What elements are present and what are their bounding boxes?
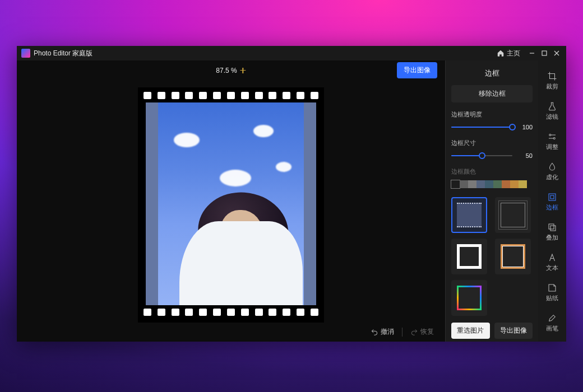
rail-label: 滤镜: [546, 113, 558, 121]
app-logo-icon: [21, 49, 30, 58]
svg-point-4: [549, 134, 551, 136]
color-swatches: [451, 180, 533, 188]
sticker-icon: [547, 283, 557, 293]
canvas-toolbar: 87.5 % 导出图像: [17, 60, 445, 81]
color-swatch[interactable]: [493, 180, 502, 188]
titlebar: Photo Editor 家庭版 主页: [17, 46, 566, 60]
home-label: 主页: [507, 49, 520, 58]
sliders-icon: [547, 132, 557, 142]
undo-button[interactable]: 撤消: [367, 325, 397, 338]
size-label: 边框尺寸: [451, 139, 533, 147]
rail-crop[interactable]: 裁剪: [538, 67, 566, 94]
opacity-label: 边框透明度: [451, 110, 533, 119]
app-window: Photo Editor 家庭版 主页 87.5 % 导出图像: [17, 46, 566, 342]
body: 87.5 % 导出图像: [17, 60, 566, 342]
svg-rect-9: [550, 195, 554, 199]
color-swatch[interactable]: [502, 180, 510, 188]
undo-label: 撤消: [381, 327, 394, 337]
color-swatch[interactable]: [460, 180, 468, 188]
home-button[interactable]: 主页: [497, 49, 520, 58]
rail-brush[interactable]: 画笔: [538, 309, 566, 336]
rail-blur[interactable]: 虚化: [538, 158, 566, 185]
zoom-value: 87.5 %: [216, 67, 237, 74]
rail-label: 调整: [546, 143, 558, 151]
canvas-area: 87.5 % 导出图像: [17, 60, 445, 342]
crop-icon: [547, 71, 557, 81]
redo-icon: [410, 328, 418, 336]
rail-label: 贴纸: [546, 295, 558, 302]
film-sprockets-top: [138, 92, 324, 99]
export-image-button-2[interactable]: 导出图像: [494, 323, 533, 339]
svg-point-5: [553, 137, 555, 139]
svg-rect-10: [549, 224, 554, 229]
frame-option-double-line[interactable]: [495, 197, 531, 233]
maximize-button[interactable]: [538, 48, 550, 59]
droplet-icon: [547, 162, 557, 172]
zoom-indicator[interactable]: 87.5 %: [216, 67, 246, 74]
svg-rect-11: [550, 226, 556, 231]
reselect-image-button[interactable]: 重选图片: [451, 323, 490, 339]
rail-sticker[interactable]: 贴纸: [538, 279, 566, 306]
frame-option-rainbow[interactable]: [451, 280, 487, 316]
app-title: Photo Editor 家庭版: [34, 49, 92, 58]
canvas-stage[interactable]: [17, 81, 445, 323]
export-image-button[interactable]: 导出图像: [397, 62, 437, 78]
color-swatch[interactable]: [476, 180, 485, 188]
frame-options-grid: [451, 197, 533, 316]
minimize-button[interactable]: [526, 48, 538, 59]
color-swatch[interactable]: [485, 180, 493, 188]
rail-label: 虚化: [546, 174, 558, 181]
rail-overlay[interactable]: 叠加: [538, 218, 566, 245]
canvas-footer: 撤消 恢复: [17, 323, 445, 342]
brush-icon: [547, 313, 557, 323]
color-swatch[interactable]: [451, 180, 460, 188]
size-slider[interactable]: [451, 152, 512, 160]
frame-option-film[interactable]: [451, 197, 487, 233]
separator: [402, 328, 402, 337]
layers-icon: [547, 222, 557, 232]
size-value: 50: [518, 152, 533, 159]
panel-bottom-actions: 重选图片 导出图像: [451, 316, 533, 346]
rail-label: 画笔: [546, 325, 558, 333]
rail-label: 叠加: [546, 234, 558, 242]
rail-filter[interactable]: 滤镜: [538, 97, 566, 124]
size-slider-row: 50: [451, 152, 533, 160]
remove-frame-button[interactable]: 移除边框: [451, 85, 533, 102]
film-frame: [138, 87, 324, 323]
color-swatch[interactable]: [510, 180, 519, 188]
color-swatch[interactable]: [468, 180, 476, 188]
frame-option-warm[interactable]: [495, 239, 531, 274]
svg-rect-1: [542, 51, 547, 55]
rail-label: 裁剪: [546, 83, 558, 91]
panel-title: 边框: [451, 60, 533, 85]
rail-text[interactable]: 文本: [538, 249, 566, 276]
rail-frame[interactable]: 边框: [538, 188, 566, 215]
text-icon: [547, 253, 557, 263]
rail-label: 文本: [546, 264, 558, 272]
color-label: 边框颜色: [451, 167, 533, 176]
svg-rect-8: [549, 194, 556, 200]
zoom-plus-icon: [240, 68, 246, 73]
color-swatch[interactable]: [519, 180, 527, 188]
home-icon: [497, 49, 505, 57]
opacity-value: 100: [518, 124, 533, 130]
rail-adjust[interactable]: 调整: [538, 128, 566, 155]
opacity-slider[interactable]: [451, 123, 512, 131]
flask-icon: [547, 101, 557, 111]
redo-button[interactable]: 恢复: [407, 325, 437, 338]
frame-option-thick-white[interactable]: [451, 239, 487, 274]
photo-preview: [158, 102, 304, 305]
close-button[interactable]: [550, 48, 563, 59]
tool-rail: 裁剪 滤镜 调整 虚化 边框 叠加: [538, 60, 566, 342]
undo-icon: [371, 328, 378, 336]
film-sprockets-bottom: [138, 309, 324, 316]
frame-icon: [547, 192, 557, 202]
rail-label: 边框: [546, 204, 558, 212]
redo-label: 恢复: [420, 327, 434, 337]
frame-panel: 边框 移除边框 边框透明度 100 边框尺寸 50 边: [445, 60, 538, 342]
opacity-slider-row: 100: [451, 123, 533, 131]
